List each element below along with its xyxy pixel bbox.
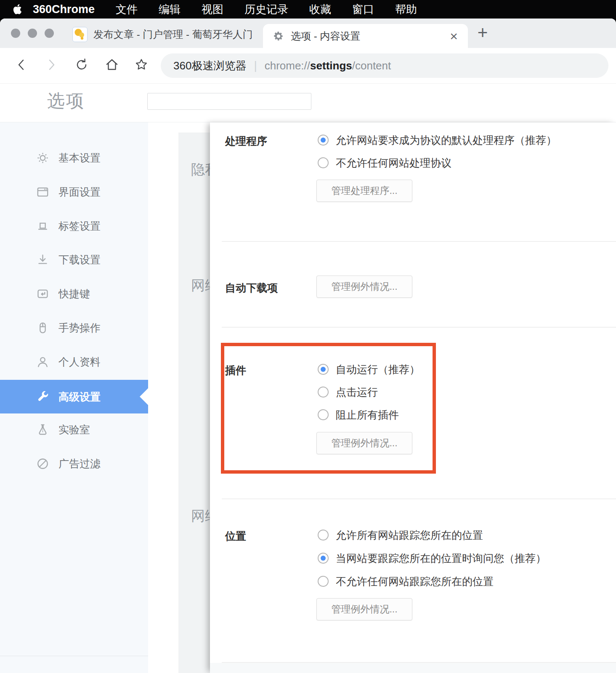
browser-name-label: 360极速浏览器 bbox=[173, 58, 246, 73]
menu-app-name[interactable]: 360Chrome bbox=[33, 3, 95, 16]
sidebar-item-label: 广告过滤 bbox=[58, 457, 101, 471]
bookmark-star-icon[interactable] bbox=[134, 57, 149, 72]
close-window-button[interactable] bbox=[11, 29, 20, 38]
sidebar-item-basic-settings[interactable]: 基本设置 bbox=[0, 141, 148, 175]
radio-allow-protocol-handlers[interactable]: 允许网站要求成为协议的默认处理程序（推荐） bbox=[318, 134, 557, 146]
new-tab-button[interactable]: + bbox=[471, 23, 494, 44]
hotkey-icon bbox=[36, 287, 50, 301]
traffic-lights bbox=[11, 29, 54, 38]
section-label-location: 位置 bbox=[225, 529, 246, 543]
sidebar-item-tab-settings[interactable]: 标签设置 bbox=[0, 209, 148, 243]
forward-icon[interactable] bbox=[44, 57, 59, 72]
sidebar-item-hotkeys[interactable]: 快捷键 bbox=[0, 277, 148, 310]
minimize-window-button[interactable] bbox=[28, 29, 37, 38]
zoom-window-button[interactable] bbox=[45, 29, 54, 38]
next-section-strip bbox=[210, 663, 616, 673]
url-scheme: chrome:// bbox=[265, 59, 310, 72]
section-label-handlers: 处理程序 bbox=[225, 134, 267, 148]
tab-title: 发布文章 - 门户管理 - 葡萄牙华人门 bbox=[93, 28, 253, 41]
radio-selected-icon[interactable] bbox=[318, 135, 329, 146]
sidebar-item-download-settings[interactable]: 下载设置 bbox=[0, 243, 148, 276]
radio-location-deny-all[interactable]: 不允许任何网站跟踪您所在的位置 bbox=[318, 575, 494, 587]
gear-icon bbox=[36, 151, 50, 165]
browser-window: 发布文章 - 门户管理 - 葡萄牙华人门 选项 - 内容设置 × + bbox=[0, 19, 616, 673]
sidebar-item-labs[interactable]: 实验室 bbox=[0, 413, 148, 446]
manage-handlers-button[interactable]: 管理处理程序... bbox=[316, 180, 412, 202]
menu-item-help[interactable]: 帮助 bbox=[395, 2, 417, 17]
selected-item-arrow bbox=[140, 388, 148, 405]
settings-search-input[interactable] bbox=[147, 93, 311, 110]
radio-location-allow-all[interactable]: 允许所有网站跟踪您所在的位置 bbox=[318, 529, 483, 541]
radio-label: 允许所有网站跟踪您所在的位置 bbox=[336, 528, 483, 542]
radio-selected-icon[interactable] bbox=[318, 553, 329, 564]
manage-download-exceptions-button[interactable]: 管理例外情况... bbox=[316, 276, 412, 298]
sidebar-item-label: 个人资料 bbox=[58, 355, 101, 369]
apple-icon[interactable] bbox=[13, 4, 22, 15]
sidebar-item-extensions[interactable]: 扩展程序 bbox=[0, 661, 148, 673]
url-host: settings bbox=[310, 59, 352, 72]
close-tab-icon[interactable]: × bbox=[450, 29, 458, 43]
menu-item-file[interactable]: 文件 bbox=[116, 2, 138, 17]
tab-options-content-settings[interactable]: 选项 - 内容设置 × bbox=[263, 24, 468, 48]
extension-icon bbox=[36, 671, 50, 673]
adblock-icon bbox=[36, 457, 50, 471]
reload-icon[interactable] bbox=[74, 57, 89, 72]
navigation-toolbar: 360极速浏览器 | chrome://settings/content bbox=[0, 48, 616, 84]
page-title: 选项 bbox=[47, 89, 85, 113]
radio-location-ask[interactable]: 当网站要跟踪您所在的位置时询问您（推荐） bbox=[318, 552, 546, 564]
tab-bar: 发布文章 - 门户管理 - 葡萄牙华人门 选项 - 内容设置 × + bbox=[0, 19, 616, 48]
sidebar-item-profile[interactable]: 个人资料 bbox=[0, 345, 148, 379]
home-icon[interactable] bbox=[104, 57, 119, 72]
menu-item-window[interactable]: 窗口 bbox=[352, 2, 374, 17]
sidebar-item-gestures[interactable]: 手势操作 bbox=[0, 311, 148, 344]
profile-icon bbox=[36, 355, 50, 369]
radio-label: 不允许任何网站处理协议 bbox=[336, 156, 451, 170]
settings-sidebar: 基本设置 界面设置 标签设置 下载设置 快捷键 手势操作 bbox=[0, 122, 148, 673]
menu-item-edit[interactable]: 编辑 bbox=[159, 2, 181, 17]
content-settings-panel: 处理程序 允许网站要求成为协议的默认处理程序（推荐） 不允许任何网站处理协议 管… bbox=[210, 122, 616, 673]
sidebar-item-advanced-settings[interactable]: 高级设置 bbox=[0, 380, 148, 413]
sidebar-item-label: 手势操作 bbox=[58, 321, 101, 335]
sidebar-item-interface-settings[interactable]: 界面设置 bbox=[0, 175, 148, 209]
back-icon[interactable] bbox=[14, 57, 29, 72]
gear-icon bbox=[273, 31, 284, 42]
menu-item-bookmarks[interactable]: 收藏 bbox=[309, 2, 331, 17]
address-separator: | bbox=[254, 59, 257, 72]
menu-item-view[interactable]: 视图 bbox=[202, 2, 223, 17]
url-path: /content bbox=[352, 59, 391, 72]
covered-section-label: 隐私 bbox=[191, 160, 210, 179]
sidebar-item-label: 快捷键 bbox=[58, 287, 90, 301]
tab-favicon bbox=[72, 27, 88, 42]
flask-icon bbox=[36, 423, 50, 437]
tab-title: 选项 - 内容设置 bbox=[291, 29, 446, 43]
radio-label: 允许网站要求成为协议的默认处理程序（推荐） bbox=[336, 133, 557, 147]
radio-label: 当网站要跟踪您所在的位置时询问您（推荐） bbox=[336, 551, 546, 565]
sidebar-item-label: 下载设置 bbox=[58, 253, 101, 267]
covered-page-fragment: 隐私 网络 网络 bbox=[178, 132, 210, 673]
highlight-annotation-box bbox=[221, 343, 436, 474]
tab-publish-article[interactable]: 发布文章 - 门户管理 - 葡萄牙华人门 bbox=[72, 24, 260, 45]
radio-icon[interactable] bbox=[318, 530, 329, 541]
download-icon bbox=[36, 253, 50, 267]
screen: 360Chrome 文件 编辑 视图 历史记录 收藏 窗口 帮助 发布文章 - … bbox=[0, 0, 616, 673]
section-divider bbox=[222, 498, 616, 499]
window-icon bbox=[36, 185, 50, 199]
sidebar-item-label: 界面设置 bbox=[58, 185, 101, 199]
radio-deny-protocol-handlers[interactable]: 不允许任何网站处理协议 bbox=[318, 157, 451, 169]
sidebar-item-label: 基本设置 bbox=[58, 151, 101, 165]
radio-icon[interactable] bbox=[318, 157, 329, 168]
sidebar-item-ad-filter[interactable]: 广告过滤 bbox=[0, 447, 148, 480]
sidebar-item-label: 扩展程序 bbox=[58, 671, 101, 673]
radio-label: 不允许任何网站跟踪您所在的位置 bbox=[336, 575, 494, 588]
wrench-icon bbox=[36, 390, 50, 404]
section-divider bbox=[222, 327, 616, 328]
section-divider bbox=[222, 241, 616, 242]
sidebar-item-label: 标签设置 bbox=[58, 219, 101, 233]
radio-icon[interactable] bbox=[318, 576, 329, 587]
tabs-icon bbox=[36, 219, 50, 233]
address-bar[interactable]: 360极速浏览器 | chrome://settings/content bbox=[161, 53, 608, 78]
manage-location-exceptions-button[interactable]: 管理例外情况... bbox=[316, 598, 412, 620]
menu-item-history[interactable]: 历史记录 bbox=[244, 2, 288, 17]
mouse-icon bbox=[36, 321, 50, 335]
section-label-auto-downloads: 自动下载项 bbox=[225, 281, 278, 295]
